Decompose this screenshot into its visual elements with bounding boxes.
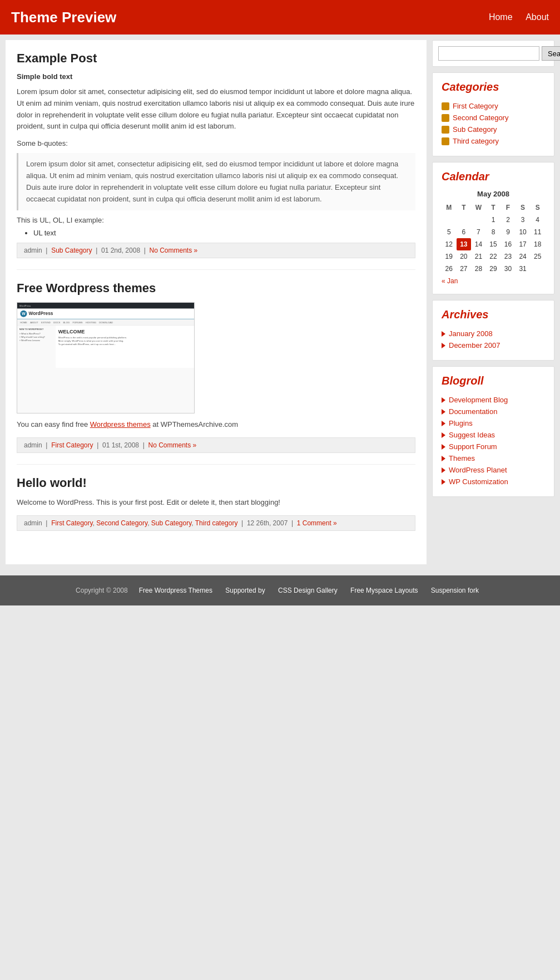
blockquote: Lorem ipsum dolor sit amet, consectetur … bbox=[17, 153, 415, 210]
blogroll-suggest[interactable]: Suggest Ideas bbox=[449, 431, 495, 439]
meta-comments-2[interactable]: No Comments » bbox=[148, 441, 196, 449]
ul-item: UL text bbox=[33, 229, 415, 237]
meta-category-1[interactable]: Sub Category bbox=[51, 247, 92, 254]
page-wrapper: Example Post Simple bold text Lorem ipsu… bbox=[0, 35, 560, 564]
cal-18: 18 bbox=[530, 238, 545, 250]
cat-link-first[interactable]: First Category bbox=[453, 102, 498, 110]
footer-link-css[interactable]: CSS Design Gallery bbox=[278, 587, 338, 594]
cal-header-m: M bbox=[442, 201, 457, 214]
meta-cat-first[interactable]: First Category bbox=[51, 519, 92, 527]
meta-comments-3[interactable]: 1 Comment » bbox=[297, 519, 337, 527]
list-item: December 2007 bbox=[442, 339, 545, 351]
archive-dec-2007[interactable]: December 2007 bbox=[449, 341, 500, 349]
list-item: Development Blog bbox=[442, 394, 545, 406]
cal-header-s2: S bbox=[530, 201, 545, 214]
categories-title: Categories bbox=[442, 81, 545, 93]
cal-prev-link[interactable]: « Jan bbox=[442, 277, 458, 285]
nav-home[interactable]: Home bbox=[489, 12, 513, 22]
blogroll-wp-custom[interactable]: WP Customization bbox=[449, 477, 508, 486]
list-item: Sub Category bbox=[442, 124, 545, 135]
meta-cat-sub[interactable]: Sub Category bbox=[151, 519, 192, 527]
meta-cat-third[interactable]: Third category bbox=[195, 519, 238, 527]
footer: Copyright © 2008 Free Wordpress Themes S… bbox=[0, 575, 560, 605]
archives-title: Archives bbox=[442, 308, 545, 321]
post-body-wp: You can easy find free Wordpress themes … bbox=[17, 419, 415, 431]
cal-empty bbox=[530, 263, 545, 275]
wp-logo-text: WordPress bbox=[29, 311, 53, 317]
list-item: Plugins bbox=[442, 417, 545, 429]
blogroll-dev-blog[interactable]: Development Blog bbox=[449, 396, 508, 404]
cal-21: 21 bbox=[471, 250, 486, 263]
footer-wrapper: Copyright © 2008 Free Wordpress Themes S… bbox=[0, 575, 560, 605]
cal-29: 29 bbox=[486, 263, 501, 275]
cal-12: 12 bbox=[442, 238, 457, 250]
meta-date-2: 01 1st, 2008 bbox=[102, 441, 139, 449]
meta-cat-second[interactable]: Second Category bbox=[96, 519, 147, 527]
meta-comments-1[interactable]: No Comments » bbox=[150, 247, 198, 254]
cal-27: 27 bbox=[457, 263, 472, 275]
list-item: WP Customization bbox=[442, 476, 545, 487]
cal-empty bbox=[457, 214, 472, 226]
calendar-table: May 2008 M T W T F S S bbox=[442, 190, 545, 275]
list-item: Support Forum bbox=[442, 441, 545, 452]
footer-link-wp-themes[interactable]: Free Wordpress Themes bbox=[139, 587, 212, 594]
cal-header-w: W bbox=[471, 201, 486, 214]
search-button[interactable]: Search bbox=[542, 46, 560, 61]
blogroll-wp-planet[interactable]: WordPress Planet bbox=[449, 466, 507, 474]
cal-header-f: F bbox=[500, 201, 516, 214]
wordpress-screenshot: WordPress W WordPress HOME ABOUT EXTEND … bbox=[17, 302, 195, 413]
cal-10: 10 bbox=[516, 226, 531, 238]
nav-about[interactable]: About bbox=[526, 12, 549, 22]
wordpress-themes-link[interactable]: Wordpress themes bbox=[90, 420, 151, 429]
list-item: Second Category bbox=[442, 112, 545, 124]
list-item: First Category bbox=[442, 100, 545, 112]
meta-author-3: admin bbox=[24, 519, 42, 527]
list-item: Third category bbox=[442, 135, 545, 147]
post-title-hello: Hello world! bbox=[17, 476, 415, 490]
ul-list: UL text bbox=[33, 229, 415, 237]
archive-jan-2008[interactable]: January 2008 bbox=[449, 329, 493, 338]
wp-sidebar: NEW TO WORDPRESS? » What is WordPress? »… bbox=[17, 326, 55, 368]
cat-icon bbox=[442, 102, 449, 110]
calendar-nav: « Jan bbox=[442, 277, 545, 285]
main-nav: Home About bbox=[478, 12, 549, 22]
cal-13-today: 13 bbox=[457, 238, 472, 250]
list-item: Themes bbox=[442, 452, 545, 464]
cat-link-sub[interactable]: Sub Category bbox=[453, 125, 497, 134]
cal-17: 17 bbox=[516, 238, 531, 250]
main-content: Example Post Simple bold text Lorem ipsu… bbox=[6, 40, 427, 564]
wp-inner: WordPress W WordPress HOME ABOUT EXTEND … bbox=[17, 303, 195, 413]
calendar-widget: Calendar May 2008 M T W T F S S bbox=[432, 162, 554, 294]
categories-widget: Categories First Category Second Categor… bbox=[432, 72, 554, 156]
cal-28: 28 bbox=[471, 263, 486, 275]
blogroll-widget: Blogroll Development Blog Documentation … bbox=[432, 366, 554, 497]
blogroll-themes[interactable]: Themes bbox=[449, 454, 475, 462]
post-body-hello: Welcome to WordPress. This is your first… bbox=[17, 497, 415, 509]
cal-empty bbox=[442, 214, 457, 226]
site-title: Theme Preview bbox=[11, 9, 116, 26]
cat-icon bbox=[442, 114, 449, 122]
blogroll-plugins[interactable]: Plugins bbox=[449, 419, 473, 427]
post-body-example: Lorem ipsum dolor sit amet, consectetur … bbox=[17, 86, 415, 132]
post-meta-hello: admin | First Category, Second Category,… bbox=[17, 515, 415, 531]
search-input[interactable] bbox=[438, 46, 539, 61]
meta-author-1: admin bbox=[24, 247, 42, 254]
wp-bar-text: WordPress bbox=[19, 304, 31, 307]
meta-category-2[interactable]: First Category bbox=[51, 441, 93, 449]
bquote-label: Some b-quotes: bbox=[17, 139, 415, 147]
cat-link-third[interactable]: Third category bbox=[453, 137, 499, 145]
cal-20: 20 bbox=[457, 250, 472, 263]
cat-link-second[interactable]: Second Category bbox=[453, 114, 508, 122]
sidebar: Search Categories First Category Second … bbox=[432, 40, 554, 497]
footer-link-supported[interactable]: Supported by bbox=[225, 587, 265, 594]
footer-link-myspace[interactable]: Free Myspace Layouts bbox=[350, 587, 418, 594]
cal-25: 25 bbox=[530, 250, 545, 263]
meta-author-2: admin bbox=[24, 441, 42, 449]
blogroll-docs[interactable]: Documentation bbox=[449, 407, 497, 416]
meta-date-3: 12 26th, 2007 bbox=[247, 519, 288, 527]
footer-link-suspension[interactable]: Suspension fork bbox=[431, 587, 479, 594]
blogroll-support[interactable]: Support Forum bbox=[449, 442, 497, 451]
cal-11: 11 bbox=[530, 226, 545, 238]
cal-14: 14 bbox=[471, 238, 486, 250]
post-wordpress-themes: Free Wordpress themes WordPress W WordPr… bbox=[17, 281, 415, 465]
